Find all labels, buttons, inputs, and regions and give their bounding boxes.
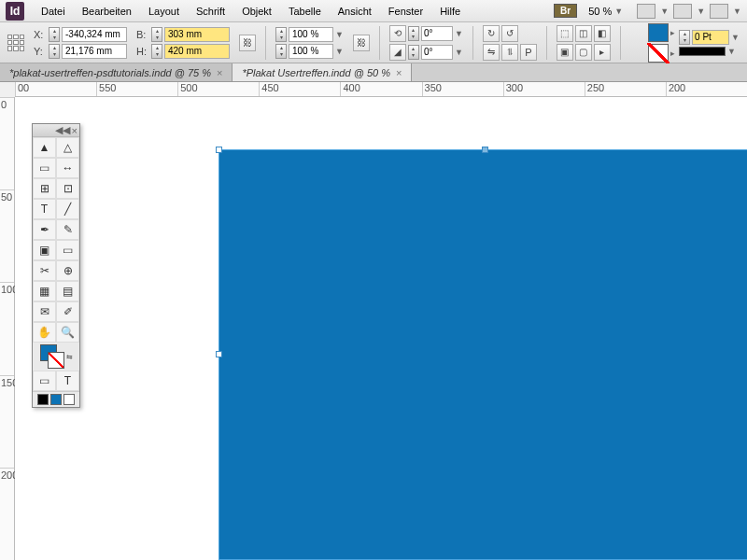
rect-frame-tool[interactable]: ▣ [33, 240, 56, 260]
handle-tm[interactable] [482, 147, 488, 153]
sel-content-icon[interactable]: ◫ [575, 25, 592, 42]
content-place-tool[interactable]: ⊡ [56, 178, 79, 199]
bridge-button[interactable]: Br [554, 4, 577, 18]
menu-ansicht[interactable]: Ansicht [331, 3, 379, 20]
line-tool[interactable]: ╱ [56, 199, 79, 219]
hand-tool[interactable]: ✋ [33, 322, 56, 343]
control-bar: X:▴▾ Y:▴▾ B:▴▾ H:▴▾ ⛓ ▴▾▼ ▴▾▼ ⛓ ⟲▴▾▼ ◢▴▾… [0, 22, 747, 63]
constrain-icon[interactable]: ⛓ [239, 35, 256, 51]
app-logo: Id [6, 2, 24, 21]
rotate-ccw-icon[interactable]: ↺ [501, 25, 518, 42]
selected-frame[interactable] [218, 149, 747, 560]
gap-tool[interactable]: ↔ [56, 158, 79, 178]
color-mode-row [33, 391, 79, 407]
rotate-input[interactable] [421, 26, 453, 41]
stroke-swatch[interactable] [648, 44, 669, 63]
menu-bar: Id DateiBearbeitenLayoutSchriftObjektTab… [0, 0, 747, 22]
shear-icon: ◢ [389, 44, 406, 61]
transform-tool[interactable]: ⊕ [56, 260, 79, 281]
pen-tool[interactable]: ✒ [33, 219, 56, 240]
y-input[interactable] [62, 44, 127, 59]
eyedropper-tool[interactable]: ✐ [56, 301, 79, 322]
w-label: B: [136, 29, 149, 40]
sel-prev-icon[interactable]: ◧ [594, 25, 611, 42]
note-tool[interactable]: ✉ [33, 301, 56, 322]
menu-hilfe[interactable]: Hilfe [432, 3, 468, 20]
ruler-vertical[interactable]: 050100150200 [0, 97, 15, 560]
rect-tool[interactable]: ▭ [56, 240, 79, 260]
arrange-icon[interactable] [673, 4, 692, 19]
workspace-icon[interactable] [710, 4, 728, 19]
direct-select-tool[interactable]: △ [56, 137, 79, 158]
flip-h-icon[interactable]: ⇋ [483, 44, 500, 61]
toolbox-header[interactable]: ◀◀× [33, 124, 79, 137]
apply-gradient-icon[interactable] [50, 394, 62, 405]
p-icon[interactable]: P [520, 44, 537, 61]
content-collect-tool[interactable]: ⊞ [33, 178, 56, 199]
menu-objekt[interactable]: Objekt [234, 3, 279, 20]
reference-point[interactable] [7, 35, 24, 51]
fill-swatch[interactable] [648, 23, 669, 42]
height-input[interactable] [164, 44, 230, 59]
gradient-feather-tool[interactable]: ▤ [56, 281, 79, 301]
menu-layout[interactable]: Layout [141, 3, 187, 20]
menu-fenster[interactable]: Fenster [381, 3, 430, 20]
y-label: Y: [34, 46, 47, 57]
menu-datei[interactable]: Datei [34, 3, 73, 20]
link-scale-icon[interactable]: ⛓ [353, 35, 370, 51]
fit-content-icon[interactable]: ▣ [557, 44, 573, 61]
h-label: H: [136, 46, 149, 57]
format-text-icon[interactable]: T [56, 371, 79, 391]
handle-tl[interactable] [216, 147, 222, 153]
sel-container-icon[interactable]: ⬚ [557, 25, 573, 42]
pencil-tool[interactable]: ✎ [56, 219, 79, 240]
close-icon[interactable]: × [396, 67, 402, 78]
center-icon[interactable]: ▸ [594, 44, 611, 61]
format-container-icon[interactable]: ▭ [33, 371, 56, 391]
document-tabs: *plakat-usertreffen-psdtutorials.indd @ … [0, 63, 747, 82]
screen-mode-icon[interactable] [637, 4, 655, 19]
gradient-swatch-tool[interactable]: ▦ [33, 281, 56, 301]
select-tool[interactable]: ▲ [33, 137, 56, 158]
ruler-horizontal[interactable]: 00550500450400350300250200 [15, 82, 747, 97]
rotate-icon: ⟲ [389, 25, 406, 42]
stroke-weight-input[interactable] [692, 30, 729, 45]
scale-x-input[interactable] [289, 27, 333, 42]
page-tool[interactable]: ▭ [33, 158, 56, 178]
menu-schrift[interactable]: Schrift [189, 3, 233, 20]
type-tool[interactable]: T [33, 199, 56, 219]
zoom-tool[interactable]: 🔍 [56, 322, 79, 343]
menu-bearbeiten[interactable]: Bearbeiten [75, 3, 139, 20]
apply-color-icon[interactable] [37, 394, 49, 405]
toolbox: ◀◀× ▲△▭↔⊞⊡T╱✒✎▣▭✂⊕▦▤✉✐✋🔍 ⇆ ▭ T [32, 123, 80, 408]
flip-v-icon[interactable]: ⥮ [501, 44, 518, 61]
canvas[interactable]: ✋ [15, 97, 747, 560]
document-tab[interactable]: *Plakat Usertreffen.indd @ 50 %× [233, 63, 412, 81]
handle-ml[interactable] [216, 351, 222, 357]
scale-y-input[interactable] [289, 44, 333, 59]
dropdown-icon[interactable]: ▼ [614, 7, 623, 16]
x-label: X: [34, 29, 47, 40]
close-icon[interactable]: × [72, 125, 78, 136]
scissors-tool[interactable]: ✂ [33, 260, 56, 281]
width-input[interactable] [164, 27, 230, 42]
menu-tabelle[interactable]: Tabelle [281, 3, 329, 20]
swatch-pair[interactable]: ⇆ [33, 343, 79, 371]
fit-frame-icon[interactable]: ▢ [575, 44, 592, 61]
apply-none-icon[interactable] [63, 394, 75, 405]
rotate-cw-icon[interactable]: ↻ [483, 25, 500, 42]
document-tab[interactable]: *plakat-usertreffen-psdtutorials.indd @ … [0, 63, 233, 81]
zoom-level[interactable]: 50 % [588, 6, 612, 17]
stroke-style[interactable] [679, 47, 726, 56]
shear-input[interactable] [421, 45, 453, 60]
close-icon[interactable]: × [217, 67, 222, 78]
x-input[interactable] [62, 27, 127, 42]
